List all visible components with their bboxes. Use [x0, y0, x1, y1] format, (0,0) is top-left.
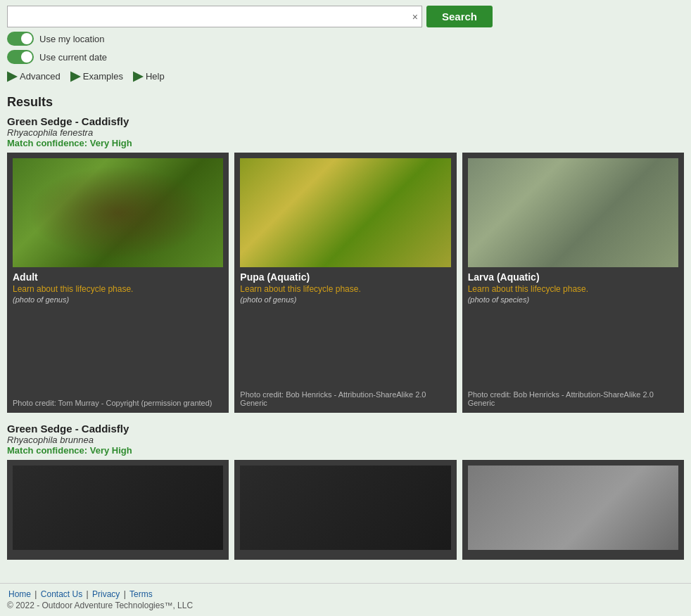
species-latin-1: Rhyacophila fenestra	[7, 127, 684, 138]
card-adult[interactable]: Adult Learn about this lifecycle phase. …	[7, 153, 229, 413]
search-button[interactable]: Search	[426, 6, 493, 27]
card-pupa-phase: Pupa (Aquatic)	[240, 271, 450, 283]
use-location-row: Use my location	[7, 32, 684, 46]
card-pupa-learn-link[interactable]: Learn about this lifecycle phase.	[240, 284, 450, 294]
card-pupa-credit: Photo credit: Bob Henricks - Attribution…	[240, 390, 450, 407]
cards-grid-2	[7, 460, 684, 560]
card-pupa-image	[240, 158, 450, 267]
results-section: Results Green Sedge - Caddisfly Rhyacoph…	[0, 88, 691, 560]
examples-link[interactable]: Examples	[83, 71, 123, 82]
card-pupa[interactable]: Pupa (Aquatic) Learn about this lifecycl…	[234, 153, 456, 413]
card-larva-learn-link[interactable]: Learn about this lifecycle phase.	[468, 284, 678, 294]
card-larva-image	[468, 158, 678, 267]
card-pupa-photo-note: (photo of genus)	[240, 295, 450, 304]
footer-contact-link[interactable]: Contact Us	[41, 589, 82, 599]
species-block-1: Green Sedge - Caddisfly Rhyacophila fene…	[7, 115, 684, 413]
search-area: caddisflies × Search Use my location Use…	[0, 0, 691, 88]
card-s2-2[interactable]	[234, 460, 456, 560]
species-latin-2: Rhyacophila brunnea	[7, 435, 684, 445]
examples-chevron: ▶	[70, 68, 80, 84]
use-location-label: Use my location	[39, 34, 104, 44]
species-block-2: Green Sedge - Caddisfly Rhyacophila brun…	[7, 423, 684, 560]
advanced-link[interactable]: Advanced	[20, 71, 61, 82]
footer-privacy-link[interactable]: Privacy	[92, 589, 120, 599]
search-input-wrapper: caddisflies ×	[7, 6, 422, 27]
search-row: caddisflies × Search	[7, 6, 684, 27]
card-s2-1-image	[13, 466, 223, 550]
help-link[interactable]: Help	[146, 71, 165, 82]
advanced-chevron: ▶	[7, 68, 17, 84]
use-location-toggle[interactable]	[7, 32, 34, 46]
card-s2-2-image	[240, 466, 450, 550]
card-adult-learn-link[interactable]: Learn about this lifecycle phase.	[13, 284, 223, 294]
card-larva[interactable]: Larva (Aquatic) Learn about this lifecyc…	[462, 153, 684, 413]
card-s2-3-image	[468, 466, 678, 550]
cards-grid-1: Adult Learn about this lifecycle phase. …	[7, 153, 684, 413]
card-larva-photo-note: (photo of species)	[468, 295, 678, 304]
use-date-toggle[interactable]	[7, 50, 34, 64]
card-larva-phase: Larva (Aquatic)	[468, 271, 678, 283]
species-confidence-1: Match confidence: Very High	[7, 138, 684, 148]
options-row: ▶ Advanced ▶ Examples ▶ Help	[7, 68, 684, 84]
footer-links: Home | Contact Us | Privacy | Terms	[7, 589, 684, 599]
use-date-row: Use current date	[7, 50, 684, 64]
help-chevron: ▶	[133, 68, 143, 84]
footer-copyright: © 2022 - Outdoor Adventure Technologies™…	[7, 601, 684, 610]
footer-terms-link[interactable]: Terms	[129, 589, 153, 599]
card-adult-credit: Photo credit: Tom Murray - Copyright (pe…	[13, 399, 223, 407]
card-adult-photo-note: (photo of genus)	[13, 295, 223, 304]
species-common-name-1: Green Sedge - Caddisfly	[7, 115, 684, 127]
card-larva-credit: Photo credit: Bob Henricks - Attribution…	[468, 390, 678, 407]
results-title: Results	[7, 95, 684, 110]
species-common-name-2: Green Sedge - Caddisfly	[7, 423, 684, 435]
card-adult-image	[13, 158, 223, 267]
footer-home-link[interactable]: Home	[8, 589, 31, 599]
search-input[interactable]: caddisflies	[7, 6, 422, 27]
card-s2-3[interactable]	[462, 460, 684, 560]
footer: Home | Contact Us | Privacy | Terms © 20…	[0, 583, 691, 616]
species-confidence-2: Match confidence: Very High	[7, 445, 684, 456]
clear-button[interactable]: ×	[412, 12, 418, 22]
use-date-label: Use current date	[39, 52, 107, 63]
card-adult-phase: Adult	[13, 271, 223, 283]
card-s2-1[interactable]	[7, 460, 229, 560]
